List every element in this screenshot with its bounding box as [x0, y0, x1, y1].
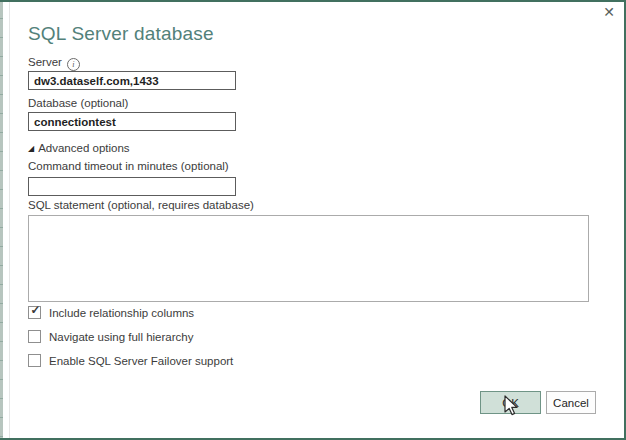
collapse-triangle-icon: ◢	[28, 144, 34, 153]
sql-statement-textarea[interactable]	[28, 215, 589, 302]
checkbox-checked-icon[interactable]: ✓	[28, 306, 41, 319]
checkbox-navigate-full-hierarchy[interactable]: Navigate using full hierarchy	[28, 330, 193, 343]
background-window-edge	[0, 0, 3, 440]
page-title: SQL Server database	[28, 23, 214, 45]
close-icon[interactable]: ✕	[601, 4, 617, 20]
server-label: Serveri	[28, 56, 80, 71]
info-icon[interactable]: i	[67, 58, 80, 71]
checkbox-sql-failover-support[interactable]: Enable SQL Server Failover support	[28, 354, 233, 367]
database-label: Database (optional)	[28, 97, 128, 109]
cancel-button[interactable]: Cancel	[546, 391, 596, 414]
command-timeout-input[interactable]	[28, 177, 236, 196]
checkbox-include-relationship-columns[interactable]: ✓ Include relationship columns	[28, 306, 194, 319]
sql-statement-label: SQL statement (optional, requires databa…	[28, 199, 254, 211]
command-timeout-label: Command timeout in minutes (optional)	[28, 160, 229, 172]
ok-button[interactable]: OK	[480, 391, 541, 414]
sql-server-database-dialog: ✕ SQL Server database Serveri Database (…	[0, 0, 626, 440]
advanced-options-toggle[interactable]: ◢Advanced options	[28, 142, 130, 154]
database-input[interactable]	[28, 112, 236, 131]
dialog-left-border	[9, 2, 10, 438]
checkbox-unchecked-icon[interactable]	[28, 354, 41, 367]
server-input[interactable]	[28, 71, 236, 90]
checkbox-unchecked-icon[interactable]	[28, 330, 41, 343]
